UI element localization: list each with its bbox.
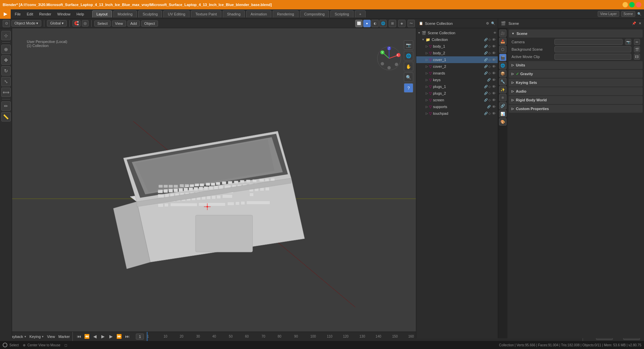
prop-modifier-btn[interactable]: 🔧 [499, 78, 506, 85]
collection-visibility[interactable]: 👁 [492, 38, 496, 42]
rendered-btn[interactable]: 🌐 [379, 20, 387, 27]
outliner-filter[interactable]: ⚙ [486, 21, 489, 25]
next-keyframe-btn[interactable]: ⏩ [116, 333, 122, 340]
global-selector[interactable]: Global ▾ [47, 20, 67, 27]
prop-physics-btn[interactable]: ⚛ [499, 94, 506, 101]
prop-view-layer-btn[interactable]: ⬡ [499, 46, 506, 53]
cover2-visibility[interactable]: 👁 [492, 64, 496, 68]
tab-layout[interactable]: Layout [92, 10, 112, 17]
menu-help[interactable]: Help [74, 11, 87, 17]
tree-plugs2[interactable]: ▷ ▽ plugs_2 🔗 ◇ 👁 [416, 90, 498, 97]
keying-label[interactable]: Keying [30, 335, 41, 339]
body1-visibility[interactable]: 👁 [492, 44, 496, 48]
wireframe-btn[interactable]: ⬜ [355, 20, 363, 27]
menu-file[interactable]: File [12, 11, 23, 17]
render-preview-btn[interactable]: 🌐 [404, 51, 413, 60]
cover1-visibility[interactable]: 👁 [492, 58, 496, 62]
marker-label[interactable]: Marker [58, 335, 70, 339]
tab-modeling[interactable]: Modeling [113, 10, 137, 17]
menu-edit[interactable]: Edit [24, 11, 36, 17]
camera-value[interactable] [554, 39, 623, 45]
rotate-tool-btn[interactable]: ↻ [1, 66, 11, 76]
prop-render-btn[interactable]: 🎥 [499, 30, 506, 37]
object-btn[interactable]: Object [141, 20, 158, 27]
tree-touchpad[interactable]: ▷ ▽ touchpad 🔗 ◇ 👁 [416, 110, 498, 117]
camera-edit-btn[interactable]: ✏ [634, 39, 640, 45]
tree-cover1[interactable]: ▷ ▽ cover_1 🔗 ◇ 👁 [416, 56, 498, 63]
tab-uv-editing[interactable]: UV Editing [163, 10, 190, 17]
tab-shading[interactable]: Shading [223, 10, 245, 17]
tree-plugs1[interactable]: ▷ ▽ plugs_1 🔗 ◇ 👁 [416, 83, 498, 90]
view-layer-label[interactable]: View Layer [598, 11, 619, 17]
close-button[interactable] [636, 2, 641, 7]
keys-visibility[interactable]: 👁 [492, 78, 496, 82]
jump-start-btn[interactable]: ⏮ [75, 333, 82, 340]
tab-add[interactable]: + [355, 10, 366, 17]
outliner-search[interactable]: 🔍 [491, 21, 495, 25]
prop-object-btn[interactable]: 📦 [499, 70, 506, 77]
bg-scene-value[interactable] [554, 46, 631, 52]
xray-btn[interactable]: ◈ [398, 20, 406, 27]
tree-collection[interactable]: ▼ 📁 Collection 🔗 ◇ 👁 [416, 36, 498, 43]
tree-scene-collection[interactable]: ▼ 🎬 Scene Collection 👁 [416, 30, 498, 36]
move-tool-btn[interactable]: ✥ [1, 55, 11, 65]
prop-section-scene-header[interactable]: ▼ Scene [509, 30, 643, 38]
prop-section-gravity-header[interactable]: ▷ ✓ Gravity [509, 70, 643, 78]
gravity-checkbox[interactable]: ✓ [516, 72, 519, 76]
tree-screen[interactable]: ▷ ▽ screen 🔗 ◇ 👁 [416, 97, 498, 103]
tree-body1[interactable]: ▷ ▽ body_1 🔗 ◇ 👁 [416, 43, 498, 50]
prop-output-btn[interactable]: 📤 [499, 38, 506, 45]
annotate-tool-btn[interactable]: ✏ [1, 101, 11, 111]
screen-visibility[interactable]: 👁 [492, 98, 496, 102]
prop-section-units-header[interactable]: ▷ Units [509, 61, 643, 69]
tree-supports[interactable]: ▷ ▽ supports 🔗 👁 [416, 103, 498, 110]
prop-particles-btn[interactable]: ✨ [499, 86, 506, 93]
solid-btn[interactable]: ● [363, 20, 371, 27]
prop-section-audio-header[interactable]: ▷ Audio [509, 87, 643, 95]
movie-clip-icon-btn[interactable]: 🎞 [634, 54, 640, 60]
tab-texture-paint[interactable]: Texture Paint [191, 10, 221, 17]
minimize-button[interactable] [623, 2, 628, 7]
prop-section-custom-header[interactable]: ▷ Custom Properties [509, 105, 643, 113]
movie-clip-value[interactable] [554, 54, 631, 60]
tree-innards[interactable]: ▷ ▽ innards 🔗 ◇ 👁 [416, 70, 498, 77]
overlay-btn[interactable]: ⊞ [389, 20, 396, 27]
supports-visibility[interactable]: 👁 [492, 105, 496, 109]
view-btn[interactable]: View [112, 20, 126, 27]
add-btn[interactable]: Add [127, 20, 140, 27]
tab-scripting[interactable]: Scripting [330, 10, 354, 17]
filter-btn[interactable]: 〜 [408, 20, 415, 27]
camera-icon-btn[interactable]: 📷 [625, 39, 631, 45]
prev-frame-btn[interactable]: ◀ [92, 333, 98, 340]
plugs1-visibility[interactable]: 👁 [492, 85, 496, 89]
bg-scene-icon-btn[interactable]: 🎬 [634, 46, 640, 52]
prop-data-btn[interactable]: 📊 [499, 110, 506, 117]
prop-scene-btn[interactable]: 🎬 [499, 54, 506, 61]
tree-body2[interactable]: ▷ ▽ body_2 🔗 ◇ 👁 [416, 50, 498, 56]
jump-end-btn[interactable]: ⏭ [124, 333, 130, 340]
play-btn[interactable]: ▶ [100, 333, 106, 340]
measure-tool-btn[interactable]: 📏 [1, 112, 11, 121]
prop-pin-btn[interactable]: 📌 [632, 21, 636, 25]
prop-close-btn[interactable]: ✕ [639, 21, 641, 25]
viewport-gizmo[interactable]: X Y Z [376, 45, 402, 72]
prop-world-btn[interactable]: 🌐 [499, 62, 506, 69]
viewport-help-btn[interactable]: ? [404, 83, 413, 93]
mode-selector[interactable]: Object Mode ▾ [11, 20, 41, 27]
prop-section-rigid-header[interactable]: ▷ Rigid Body World [509, 96, 643, 104]
plugs2-visibility[interactable]: 👁 [492, 91, 496, 95]
prop-constraints-btn[interactable]: 🔗 [499, 102, 506, 109]
menu-window[interactable]: Window [55, 11, 73, 17]
camera-view-btn[interactable]: 📷 [404, 40, 413, 50]
3d-viewport[interactable]: User Perspective (Local) (1) Collection [12, 28, 416, 338]
prop-material-btn[interactable]: 🎨 [499, 118, 506, 126]
tab-rendering[interactable]: Rendering [273, 10, 299, 17]
select-tool-btn[interactable]: ⊹ [1, 31, 11, 40]
touchpad-visibility[interactable]: 👁 [492, 111, 496, 115]
viewport-zoom-btn[interactable]: 🔍 [404, 72, 413, 82]
tab-animation[interactable]: Animation [246, 10, 271, 17]
select-btn[interactable]: Select [94, 20, 111, 27]
prev-keyframe-btn[interactable]: ⏪ [84, 333, 90, 340]
body2-visibility[interactable]: 👁 [492, 51, 496, 55]
next-frame-btn[interactable]: ▶ [108, 333, 114, 340]
